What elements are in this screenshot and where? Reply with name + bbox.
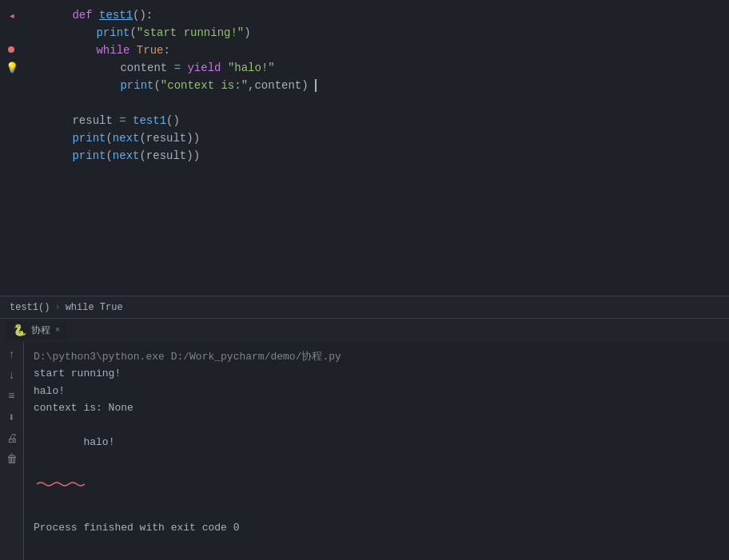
fn-print-2: print xyxy=(120,79,153,92)
code-line-5: print("context is:",content) xyxy=(0,77,729,94)
output-line-3: halo! xyxy=(34,383,719,399)
gutter-1: ◂ xyxy=(0,9,24,22)
lines-icon[interactable]: ≡ xyxy=(4,390,20,403)
terminal-sidebar: ↑ ↓ ≡ ⬇ 🖨 🗑 xyxy=(0,342,24,560)
output-line-6 xyxy=(34,502,719,519)
code-content-9: print(next(result)) xyxy=(24,137,200,175)
wavy-underline-svg xyxy=(37,481,85,487)
download-icon[interactable]: ⬇ xyxy=(4,411,20,424)
output-line-4: context is: None xyxy=(34,399,719,416)
fn-next-2: next xyxy=(113,149,140,162)
print-icon[interactable]: 🖨 xyxy=(4,432,20,445)
terminal-output: D:\python3\python.exe D:/Work_pycharm/de… xyxy=(24,342,729,560)
trash-icon[interactable]: 🗑 xyxy=(4,453,20,466)
output-line-1: D:\python3\python.exe D:/Work_pycharm/de… xyxy=(34,348,719,365)
halo-text: halo! xyxy=(83,436,114,448)
gutter-4: 💡 xyxy=(0,62,24,74)
breadcrumb-bar: test1() › while True xyxy=(0,296,729,318)
snake-icon: 🐍 xyxy=(13,324,26,337)
terminal-area: 🐍 协程 × ↑ ↓ ≡ ⬇ 🖨 🗑 D:\python3\python.exe… xyxy=(0,318,729,560)
bulb-icon: 💡 xyxy=(6,62,18,74)
breadcrumb-location: while True xyxy=(66,302,123,313)
str-context: "context is:" xyxy=(161,79,248,92)
terminal-tab-bar: 🐍 协程 × xyxy=(0,318,729,342)
up-arrow-icon[interactable]: ↑ xyxy=(4,348,20,361)
cursor xyxy=(309,79,317,92)
code-line-9: print(next(result)) xyxy=(0,147,729,165)
output-line-7: Process finished with exit code 0 xyxy=(34,519,719,536)
down-arrow-icon[interactable]: ↓ xyxy=(4,369,20,382)
breakpoint-icon xyxy=(8,45,16,56)
output-line-5: halo! xyxy=(34,417,719,502)
output-line-2: start running! xyxy=(34,365,719,382)
breadcrumb-separator: › xyxy=(54,302,60,313)
terminal-tab[interactable]: 🐍 协程 × xyxy=(6,320,66,340)
breadcrumb-function: test1() xyxy=(10,302,50,313)
left-arrow-icon: ◂ xyxy=(9,9,15,22)
terminal-body: ↑ ↓ ≡ ⬇ 🖨 🗑 D:\python3\python.exe D:/Wor… xyxy=(0,342,729,560)
fn-print-4: print xyxy=(72,149,106,162)
editor-area: ◂ def test1(): print("start running!") w… xyxy=(0,0,729,296)
tab-close-button[interactable]: × xyxy=(55,326,60,335)
gutter-3 xyxy=(0,45,24,56)
tab-label: 协程 xyxy=(31,324,50,337)
